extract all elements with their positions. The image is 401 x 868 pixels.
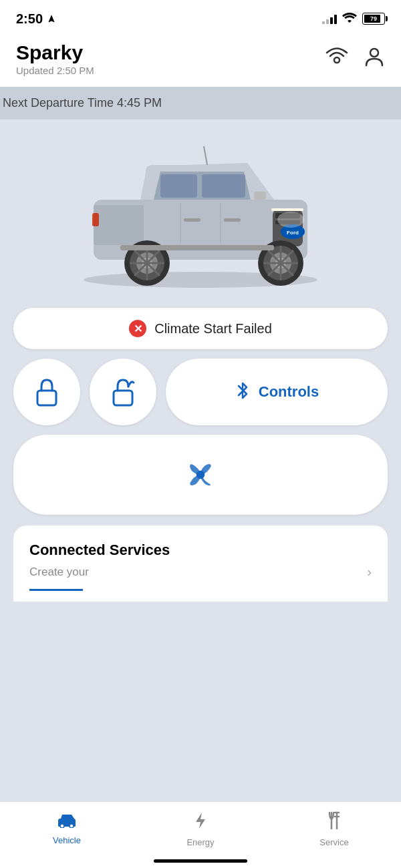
time-display: 2:50: [16, 11, 43, 27]
status-icons: 79: [322, 12, 385, 26]
connected-services-subtitle-text: Create your: [29, 566, 89, 579]
location-icon: [47, 14, 56, 23]
energy-nav-icon: [193, 811, 208, 834]
home-indicator: [154, 859, 247, 863]
vehicle-nav-label: Vehicle: [53, 835, 81, 845]
climate-start-failed-button[interactable]: ✕ Climate Start Failed: [13, 308, 388, 349]
vehicle-image: Ford: [60, 133, 341, 293]
last-updated: Updated 2:50 PM: [16, 65, 94, 76]
controls-label: Controls: [259, 383, 319, 401]
climate-fan-button[interactable]: [13, 435, 388, 515]
vehicle-name: Sparky: [16, 41, 94, 63]
bottom-navigation: Vehicle Energy Service: [0, 801, 401, 868]
service-nav-icon: [325, 811, 343, 834]
energy-nav-label: Energy: [186, 837, 214, 847]
svg-rect-33: [224, 218, 241, 222]
vehicle-nav-icon: [57, 813, 77, 832]
profile-icon[interactable]: [364, 45, 385, 69]
chevron-right-icon: ›: [367, 564, 372, 580]
svg-rect-7: [94, 205, 144, 245]
svg-point-1: [370, 49, 378, 57]
svg-line-38: [204, 146, 207, 165]
header-actions: [323, 41, 385, 69]
controls-row: Controls: [13, 359, 388, 425]
signal-icon: [322, 13, 337, 24]
wifi-icon: [342, 12, 357, 26]
header: Sparky Updated 2:50 PM: [0, 35, 401, 87]
svg-rect-40: [37, 391, 56, 405]
svg-rect-6: [202, 174, 245, 198]
error-icon: ✕: [129, 320, 146, 337]
battery-level: 79: [370, 15, 377, 22]
svg-point-47: [70, 824, 74, 828]
svg-point-42: [197, 471, 204, 478]
main-content: Ford: [0, 120, 401, 602]
svg-marker-48: [196, 813, 205, 829]
nav-vehicle[interactable]: Vehicle: [0, 813, 134, 845]
svg-rect-5: [160, 174, 197, 198]
svg-rect-37: [254, 192, 266, 200]
status-time: 2:50: [16, 11, 56, 27]
status-bar: 2:50 79: [0, 0, 401, 35]
connected-services-title: Connected Services: [29, 541, 372, 559]
svg-rect-41: [114, 391, 132, 405]
svg-point-46: [60, 824, 64, 828]
svg-point-15: [277, 212, 304, 228]
nav-energy[interactable]: Energy: [134, 811, 267, 847]
vehicle-image-area: Ford: [13, 120, 388, 300]
svg-rect-39: [92, 213, 99, 226]
svg-rect-14: [271, 208, 303, 211]
connected-services-subtitle[interactable]: Create your ›: [29, 564, 372, 580]
departure-time-bar: Next Departure Time 4:45 PM: [0, 87, 401, 120]
svg-text:Ford: Ford: [287, 230, 299, 236]
controls-button[interactable]: Controls: [166, 359, 388, 425]
header-vehicle-info: Sparky Updated 2:50 PM: [16, 41, 94, 76]
lock-button[interactable]: [13, 359, 80, 425]
nav-service[interactable]: Service: [267, 811, 401, 847]
service-nav-label: Service: [319, 837, 348, 847]
battery-icon: 79: [362, 13, 385, 25]
hotspot-icon[interactable]: [323, 45, 350, 69]
svg-rect-36: [120, 245, 274, 250]
climate-alert-text: Climate Start Failed: [154, 321, 272, 337]
connected-services-section: Connected Services Create your ›: [13, 525, 388, 602]
svg-rect-32: [184, 218, 200, 222]
unlock-button[interactable]: [90, 359, 156, 425]
svg-point-0: [334, 57, 340, 63]
